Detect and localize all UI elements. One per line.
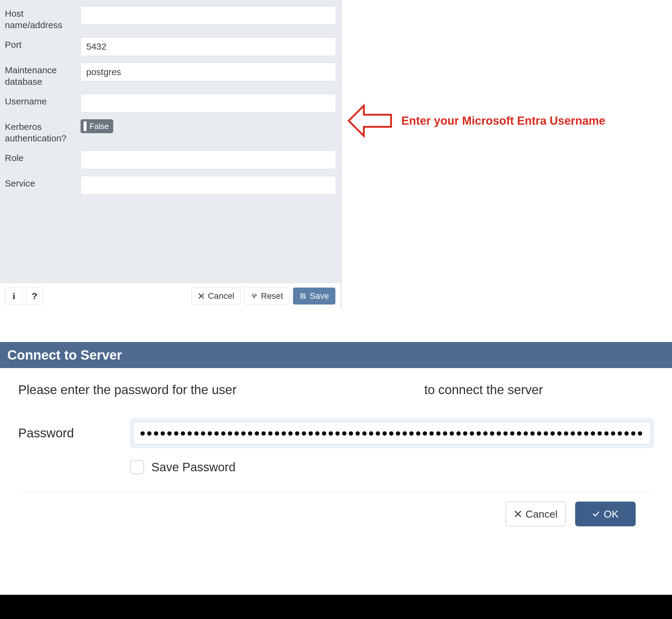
kerberos-label: Kerberos authentication?	[5, 119, 80, 144]
save-button-label: Save	[310, 291, 329, 301]
username-input[interactable]	[80, 94, 336, 113]
kerberos-toggle-value: False	[89, 122, 109, 131]
arrow-left-icon	[346, 102, 394, 139]
password-label: Password	[18, 426, 100, 440]
service-label: Service	[5, 176, 80, 189]
info-icon: i	[13, 291, 15, 301]
connect-to-server-dialog: Connect to Server Please enter the passw…	[0, 342, 672, 539]
port-label: Port	[5, 37, 80, 51]
close-icon	[514, 510, 522, 518]
connection-form-panel: Host name/address Port Maintenance datab…	[0, 0, 341, 309]
role-input[interactable]	[80, 150, 336, 169]
port-input[interactable]	[80, 37, 336, 56]
dialog-ok-label: OK	[604, 508, 618, 520]
username-label: Username	[5, 94, 80, 107]
recycle-icon	[251, 292, 258, 300]
password-input-frame	[130, 418, 654, 448]
check-icon	[592, 510, 600, 518]
dialog-footer: Cancel OK	[18, 492, 654, 526]
dialog-title: Connect to Server	[0, 342, 672, 368]
dialog-prompt-suffix: to connect the server	[424, 383, 543, 397]
dialog-prompt-prefix: Please enter the password for the user	[18, 383, 237, 397]
dialog-prompt: Please enter the password for the user t…	[18, 383, 654, 397]
dialog-ok-button[interactable]: OK	[575, 501, 636, 526]
info-button[interactable]: i	[5, 287, 22, 304]
bottom-mask	[0, 595, 672, 619]
host-input[interactable]	[80, 6, 336, 25]
save-password-checkbox[interactable]	[130, 460, 144, 474]
callout-annotation: Enter your Microsoft Entra Username	[346, 102, 667, 139]
host-label: Host name/address	[5, 6, 80, 30]
save-button[interactable]: Save	[293, 287, 335, 304]
maintenance-db-input[interactable]	[80, 63, 336, 81]
save-icon	[299, 292, 307, 300]
role-label: Role	[5, 150, 80, 164]
dialog-cancel-button[interactable]: Cancel	[506, 501, 566, 526]
cancel-button-label: Cancel	[208, 291, 234, 301]
save-password-label: Save Password	[151, 460, 236, 474]
form-footer: i ? Cancel Reset S	[0, 283, 341, 309]
reset-button-label: Reset	[261, 291, 283, 301]
help-button[interactable]: ?	[26, 287, 43, 304]
cancel-button[interactable]: Cancel	[191, 287, 241, 304]
close-icon	[198, 292, 205, 300]
help-icon: ?	[32, 291, 37, 301]
dialog-cancel-label: Cancel	[526, 508, 557, 520]
maintenance-db-label: Maintenance database	[5, 63, 80, 87]
toggle-knob	[83, 121, 86, 131]
password-input[interactable]	[133, 422, 651, 444]
reset-button[interactable]: Reset	[244, 287, 289, 304]
service-input[interactable]	[80, 176, 336, 195]
kerberos-toggle[interactable]: False	[80, 119, 113, 133]
callout-text: Enter your Microsoft Entra Username	[401, 115, 605, 127]
